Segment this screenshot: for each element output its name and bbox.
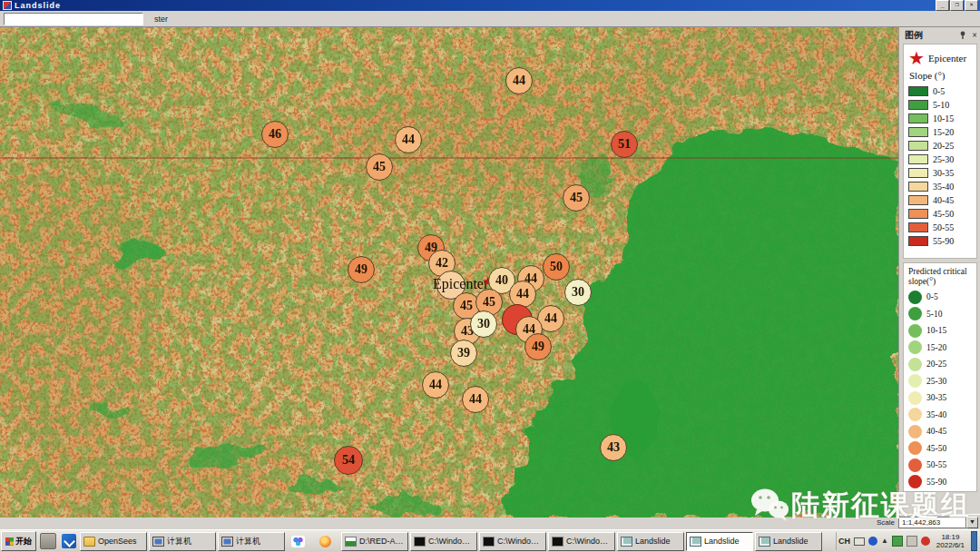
slope-marker[interactable]: 44 <box>505 67 533 94</box>
taskbar-button[interactable]: C:\Windows\s... <box>410 532 477 551</box>
legend-class-label: 10-15 <box>926 326 946 335</box>
clock[interactable]: 18:19 2022/6/1 <box>936 533 965 549</box>
app-window: Landslide _ ❐ × ster <box>0 0 980 552</box>
taskbar-button-label: Landslide <box>635 537 671 546</box>
scale-dropdown-arrow-icon[interactable]: ▼ <box>966 517 978 528</box>
legend-class-label: 0-5 <box>926 292 938 301</box>
critical-slope-legend-box: Predicted critical slope(°) 0-55-1010-15… <box>903 262 977 492</box>
language-indicator[interactable]: CH <box>838 537 850 546</box>
title-bar: Landslide _ ❐ × <box>0 0 980 11</box>
legend-swatch <box>908 141 928 151</box>
panel-close-icon[interactable]: × <box>972 31 977 40</box>
legend-class-label: 5-10 <box>926 310 942 319</box>
critical-legend-row: 30-35 <box>908 389 974 407</box>
map-canvas[interactable]: 444644455145494249Epicenter★404450443045… <box>0 27 898 518</box>
slope-marker[interactable]: 44 <box>422 371 449 399</box>
critical-legend-rows: 0-55-1010-1515-2020-2525-3030-3535-4040-… <box>908 289 974 490</box>
taskbar-button[interactable]: 计算机 <box>218 532 285 551</box>
legend-class-label: 15-20 <box>933 127 954 137</box>
slope-marker[interactable]: 44 <box>462 386 489 413</box>
slope-legend-row: 5-10 <box>908 98 974 112</box>
slope-marker[interactable]: 30 <box>470 310 497 338</box>
minimize-button[interactable]: _ <box>936 0 949 11</box>
taskbar-button[interactable]: OpenSees <box>80 532 147 551</box>
slope-marker[interactable]: 50 <box>543 253 570 281</box>
close-button[interactable]: × <box>965 0 978 11</box>
taskbar-button[interactable]: Landslide <box>686 532 753 551</box>
pin-icon[interactable] <box>959 31 967 40</box>
slope-marker[interactable]: 43 <box>600 434 627 461</box>
app-icon <box>690 537 701 547</box>
legend-class-label: 15-20 <box>926 343 946 352</box>
legend-class-label: 50-55 <box>933 222 954 232</box>
taskbar-button-label: C:\Windows\s... <box>428 537 474 546</box>
legend-class-label: 35-40 <box>933 182 954 192</box>
tray-alert-icon[interactable] <box>921 537 930 546</box>
taskbar-button[interactable]: C:\Windows\s... <box>548 532 615 551</box>
slope-marker[interactable]: 39 <box>450 340 477 367</box>
scale-value[interactable]: 1:1,442,863 <box>898 517 966 528</box>
legend-class-label: 55-90 <box>933 236 954 246</box>
legend-swatch <box>908 113 928 123</box>
slope-marker[interactable]: 54 <box>334 446 363 475</box>
slope-legend-rows: 0-55-1010-1515-2020-2525-3030-3535-4040-… <box>908 84 974 248</box>
legend-swatch <box>908 86 928 96</box>
quick-launch-printer-icon[interactable] <box>40 533 56 549</box>
computer-icon <box>221 537 233 547</box>
taskbar-button-label: D:\RED-ACT\... <box>359 537 405 546</box>
slope-legend-row: 45-50 <box>908 207 974 221</box>
slope-marker[interactable]: 44 <box>395 126 422 153</box>
legend-class-label: 45-50 <box>933 209 954 219</box>
legend-class-label: 30-35 <box>933 168 954 178</box>
firefox-icon <box>319 536 331 547</box>
slope-marker[interactable]: 49 <box>524 333 552 360</box>
tray-expand-icon[interactable]: ▲ <box>881 537 888 546</box>
layer-combobox[interactable] <box>4 13 143 25</box>
taskbar-button-firefox[interactable] <box>314 532 339 551</box>
legend-swatch <box>908 127 928 137</box>
taskbar-button-clover[interactable] <box>287 532 312 551</box>
window-title: Landslide <box>15 1 61 10</box>
tray-blue-app-icon[interactable] <box>868 537 877 546</box>
show-desktop-button[interactable] <box>971 531 977 551</box>
tray-green-app-icon[interactable] <box>892 536 903 547</box>
taskbar-button-label: Landslide <box>773 537 808 546</box>
slope-marker[interactable]: 45 <box>366 153 393 181</box>
tray-flag-icon[interactable] <box>906 536 917 547</box>
quick-launch-remote-icon[interactable] <box>62 534 76 548</box>
slope-marker[interactable]: 49 <box>348 256 375 283</box>
slope-legend-row: 30-35 <box>908 166 974 180</box>
clover-icon <box>291 536 305 547</box>
start-button[interactable]: 开始 <box>1 531 36 551</box>
folder-icon <box>83 537 95 547</box>
taskbar-button[interactable]: C:\Windows\s... <box>479 532 546 551</box>
slope-legend-row: 25-30 <box>908 153 974 166</box>
legend-class-label: 0-5 <box>933 86 945 96</box>
slope-legend-row: 20-25 <box>908 139 974 153</box>
slope-marker[interactable]: 45 <box>563 184 590 212</box>
critical-legend-title: Predicted critical slope(°) <box>908 267 974 287</box>
legend-circle-swatch <box>908 340 922 354</box>
legend-class-label: 20-25 <box>926 360 946 369</box>
slope-marker[interactable]: 30 <box>564 279 592 306</box>
maximize-button[interactable]: ❐ <box>950 0 964 11</box>
legend-class-label: 20-25 <box>933 141 954 151</box>
legend-class-label: 55-90 <box>926 478 946 487</box>
keyboard-icon[interactable] <box>854 537 865 546</box>
taskbar-button[interactable]: Landslide <box>755 532 822 551</box>
slope-marker[interactable]: 46 <box>261 121 289 148</box>
taskbar-button[interactable]: Landslide <box>617 532 684 551</box>
legend-class-label: 10-15 <box>933 113 954 123</box>
legend-class-label: 25-30 <box>926 377 946 386</box>
legend-circle-swatch <box>908 358 922 371</box>
toolbar: ster <box>0 11 980 27</box>
slope-marker[interactable]: 51 <box>611 131 638 158</box>
legend-class-label: 45-50 <box>926 444 946 453</box>
legend-circle-swatch <box>908 408 922 421</box>
taskbar-button-label: 计算机 <box>236 536 260 547</box>
taskbar-button[interactable]: D:\RED-ACT\... <box>341 532 408 551</box>
legend-swatch <box>908 182 928 192</box>
slope-legend-row: 0-5 <box>908 84 974 98</box>
legend-swatch <box>908 222 928 232</box>
taskbar-button[interactable]: 计算机 <box>149 532 216 551</box>
